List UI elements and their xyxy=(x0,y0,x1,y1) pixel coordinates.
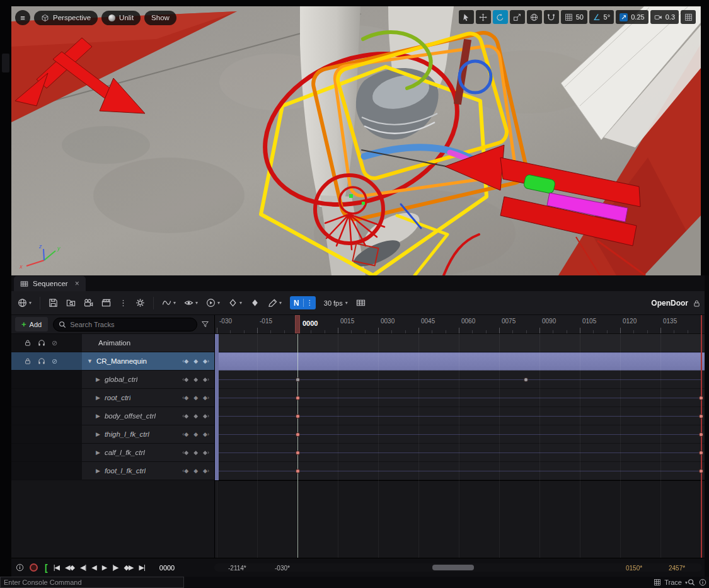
search-input[interactable] xyxy=(70,321,192,328)
track-row-global-ctrl[interactable]: ▶ global_ctrl ‹◆◆◆› xyxy=(11,371,214,389)
playhead[interactable] xyxy=(295,315,300,333)
track-label[interactable]: body_offset_ctrl xyxy=(105,412,156,420)
track-row-thigh-l-fk-ctrl[interactable]: ▶ thigh_l_fk_ctrl ‹◆◆◆› xyxy=(11,425,214,444)
keyframe-nav[interactable]: ‹◆◆◆› xyxy=(182,407,209,425)
browse-button[interactable] xyxy=(66,298,76,308)
keyframe-nav[interactable]: ‹◆◆◆› xyxy=(182,425,209,443)
previous-key-button[interactable]: ◀◆ xyxy=(65,563,74,572)
add-track-button[interactable]: + Add xyxy=(15,317,48,331)
close-icon[interactable]: × xyxy=(75,279,79,288)
track-label[interactable]: foot_l_fk_ctrl xyxy=(105,467,146,475)
solo-headphones-icon[interactable] xyxy=(38,357,45,365)
console-command-input[interactable] xyxy=(0,577,184,588)
current-frame[interactable]: 0000 xyxy=(159,564,175,572)
filter-icon[interactable] xyxy=(201,320,209,328)
timeline-row-foot-l-fk-ctrl[interactable] xyxy=(215,462,705,480)
trace-dropdown[interactable]: Trace ▾ xyxy=(654,577,688,588)
render-movie-button[interactable] xyxy=(101,298,111,308)
go-to-front-button[interactable]: |◀ xyxy=(54,563,59,572)
track-label[interactable]: Animation xyxy=(98,339,130,347)
fps-dropdown[interactable]: 30 fps ▾ xyxy=(324,299,348,307)
coordinate-system-button[interactable] xyxy=(527,10,542,24)
track-row-root-ctrl[interactable]: ▶ root_ctrl ‹◆◆◆› xyxy=(11,389,214,407)
move-tool-button[interactable] xyxy=(476,10,491,24)
keyframe-nav[interactable]: ‹◆◆◆› xyxy=(182,389,209,406)
viewport-layout-button[interactable] xyxy=(681,10,696,24)
expand-icon[interactable]: ▶ xyxy=(96,413,100,419)
timeline-ruler[interactable]: 0000 -030-015001500300045006000750090010… xyxy=(215,315,705,334)
timeline-row-calf-l-fk-ctrl[interactable] xyxy=(215,444,705,462)
thumbnail-button[interactable] xyxy=(356,298,366,308)
solo-headphones-icon[interactable] xyxy=(38,339,45,347)
mute-icon[interactable]: ⊘ xyxy=(52,357,57,366)
show-button[interactable]: Show xyxy=(144,11,176,25)
sequence-picker-button[interactable]: ▾ xyxy=(18,298,32,308)
mute-icon[interactable]: ⊘ xyxy=(52,339,57,347)
working-range-start[interactable]: -2114* xyxy=(228,564,246,571)
tab-sequencer[interactable]: Sequencer × xyxy=(14,276,86,291)
view-mode-button[interactable]: Unlit xyxy=(101,11,141,25)
level-viewport[interactable]: ≡ Perspective Unlit Show 50 xyxy=(11,6,701,275)
create-camera-button[interactable] xyxy=(84,298,93,308)
step-backward-button[interactable]: ◀| xyxy=(80,563,86,572)
collapsed-panel-tab[interactable] xyxy=(2,54,9,72)
select-tool-button[interactable] xyxy=(459,10,474,24)
track-label[interactable]: root_ctrl xyxy=(105,394,131,401)
timeline-row-thigh-l-fk-ctrl[interactable] xyxy=(215,425,705,444)
view-range-end[interactable]: 0150* xyxy=(626,564,642,571)
rotate-tool-button[interactable] xyxy=(493,10,508,24)
auto-key-button[interactable] xyxy=(250,298,260,308)
lock-icon[interactable] xyxy=(24,339,32,347)
next-key-button[interactable]: ◆▶ xyxy=(124,563,134,572)
camera-speed-control[interactable]: 0.3 xyxy=(650,10,679,24)
track-label[interactable]: thigh_l_fk_ctrl xyxy=(105,430,149,438)
perspective-button[interactable]: Perspective xyxy=(34,11,98,25)
track-row-cr-mannequin[interactable]: ⊘ ▼ CR_Mannequin + ‹◆◆◆› xyxy=(11,352,214,371)
snap-options-icon[interactable]: ⋮ xyxy=(303,299,316,307)
info-icon[interactable] xyxy=(16,563,24,572)
playback-options-button[interactable]: ▾ xyxy=(206,298,220,308)
track-row-calf-l-fk-ctrl[interactable]: ▶ calf_l_fk_ctrl ‹◆◆◆› xyxy=(11,444,214,462)
search-tracks-field[interactable] xyxy=(53,318,197,331)
scale-snap-control[interactable]: ↗ 0.25 xyxy=(616,10,648,24)
revision-control-icon[interactable] xyxy=(699,579,706,586)
go-to-end-button[interactable]: ▶| xyxy=(139,563,144,572)
record-button[interactable] xyxy=(30,563,38,572)
timeline-row-global-ctrl[interactable] xyxy=(215,371,705,389)
keyframe-nav[interactable]: ‹◆◆◆› xyxy=(182,352,209,370)
range-end-line[interactable] xyxy=(701,315,702,558)
search-icon[interactable] xyxy=(688,579,695,586)
lock-icon[interactable] xyxy=(24,357,32,365)
track-row-body-offset-ctrl[interactable]: ▶ body_offset_ctrl ‹◆◆◆› xyxy=(11,407,214,425)
playhead-line[interactable] xyxy=(297,334,298,558)
more-options-icon[interactable]: ⋮ xyxy=(119,298,127,308)
keyframe-options-button[interactable]: ▾ xyxy=(228,298,242,308)
keyframe-nav[interactable]: ‹◆◆◆› xyxy=(182,462,209,480)
working-range-end[interactable]: 2457* xyxy=(669,564,685,571)
sequence-name[interactable]: OpenDoor xyxy=(651,291,688,315)
collapse-icon[interactable]: ▼ xyxy=(87,358,93,364)
timeline-row-animation[interactable] xyxy=(215,334,705,352)
track-label[interactable]: calf_l_fk_ctrl xyxy=(105,449,145,456)
step-forward-button[interactable]: |▶ xyxy=(112,563,118,572)
save-button[interactable] xyxy=(49,298,58,308)
scrollbar-thumb[interactable] xyxy=(432,565,474,570)
sequencer-actions-button[interactable] xyxy=(135,298,145,308)
curve-editor-button[interactable]: ▾ xyxy=(162,298,176,308)
timeline-row-body-offset-ctrl[interactable] xyxy=(215,407,705,425)
viewport-menu-button[interactable]: ≡ xyxy=(15,10,30,25)
play-reverse-button[interactable]: ◀ xyxy=(91,563,96,572)
edit-options-button[interactable]: ▾ xyxy=(268,298,282,308)
track-row-animation[interactable]: ⊘ Animation + xyxy=(11,334,214,352)
snap-toggle-button[interactable]: N ⋮ xyxy=(290,296,316,309)
grid-snap-control[interactable]: 50 xyxy=(561,10,587,24)
view-range-start[interactable]: -030* xyxy=(275,564,290,571)
expand-icon[interactable]: ▶ xyxy=(96,431,100,437)
view-options-button[interactable]: ▾ xyxy=(184,298,198,308)
viewport-scene[interactable] xyxy=(11,6,701,275)
play-button[interactable]: ▶ xyxy=(102,563,107,572)
track-label[interactable]: global_ctrl xyxy=(105,376,137,383)
expand-icon[interactable]: ▶ xyxy=(96,468,100,474)
expand-icon[interactable]: ▶ xyxy=(96,395,100,401)
expand-icon[interactable]: ▶ xyxy=(96,449,100,456)
